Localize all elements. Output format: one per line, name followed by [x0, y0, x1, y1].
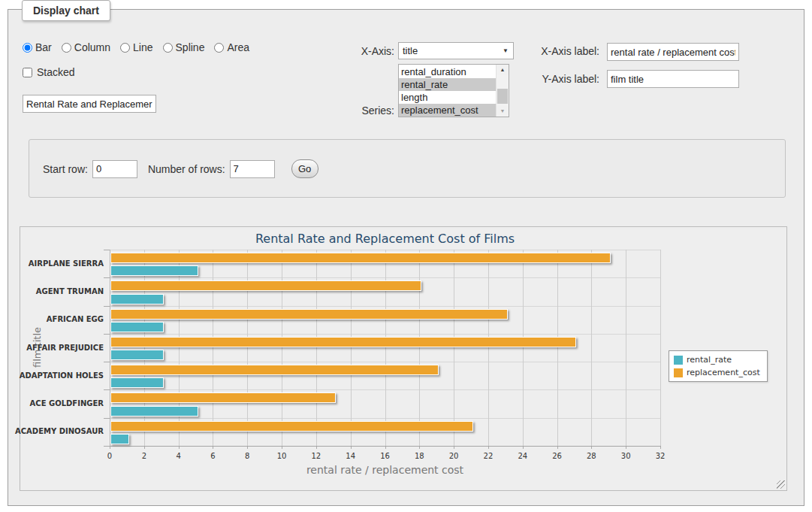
start-row-label: Start row:	[43, 163, 88, 175]
stacked-label: Stacked	[37, 66, 75, 78]
y-axis-label-label: Y-Axis label:	[489, 73, 599, 85]
x-gridline	[144, 250, 145, 446]
x-axis-line	[110, 446, 661, 447]
chart-type-option-bar[interactable]: Bar	[23, 41, 52, 53]
series-option-rental_duration[interactable]: rental_duration	[399, 65, 496, 78]
x-tick-label: 14	[340, 452, 362, 460]
legend-swatch	[674, 368, 683, 377]
bar-replacement_cost	[110, 421, 473, 432]
series-listbox-options: rental_durationrental_ratelengthreplacem…	[399, 65, 496, 117]
x-tick-label: 8	[236, 452, 258, 460]
fieldset-legend: Display chart	[22, 0, 110, 21]
radio-label: Bar	[35, 41, 52, 53]
x-axis-title: rental rate / replacement cost	[110, 464, 660, 476]
go-button[interactable]: Go	[291, 159, 318, 178]
x-gridline	[591, 250, 592, 446]
resize-handle-icon[interactable]	[777, 480, 785, 489]
x-tick-label: 20	[442, 452, 465, 460]
legend-item-rental_rate[interactable]: rental_rate	[674, 353, 760, 366]
chart-panel: Rental Rate and Replacement Cost of Film…	[20, 226, 787, 491]
y-axis-tick	[104, 446, 110, 447]
bar-replacement_cost	[110, 309, 508, 320]
display-chart-fieldset: Display chart BarColumnLineSplineArea St…	[8, 9, 804, 506]
y-axis-tick	[104, 334, 110, 335]
x-gridline	[282, 250, 282, 446]
series-select-label: Series:	[309, 105, 394, 117]
x-tick-label: 4	[168, 452, 190, 460]
series-listbox[interactable]: rental_durationrental_ratelengthreplacem…	[398, 64, 509, 117]
chart-title: Rental Rate and Replacement Cost of Film…	[110, 232, 660, 246]
start-row-input[interactable]	[92, 160, 137, 178]
y-axis-line	[110, 250, 110, 446]
chart-type-option-area[interactable]: Area	[214, 41, 249, 53]
radio-label: Area	[227, 41, 249, 53]
y-axis-tick	[104, 250, 110, 250]
category-label: ACE GOLDFINGER	[30, 399, 104, 407]
chart-type-radio-column[interactable]	[62, 43, 71, 53]
row-controls: Start row: Number of rows: Go	[43, 159, 318, 178]
series-option-replacement_cost[interactable]: replacement_cost	[399, 104, 496, 117]
y-axis-tick	[104, 389, 110, 390]
y-axis-label-input[interactable]	[607, 70, 739, 88]
x-gridline	[247, 250, 248, 446]
page: { "fieldset": { "legend": "Display chart…	[0, 0, 812, 512]
x-axis-select-label: X-Axis:	[309, 45, 394, 57]
x-tick-label: 10	[270, 452, 293, 460]
x-gridline	[179, 250, 180, 446]
category-label: ACADEMY DINOSAUR	[15, 427, 104, 435]
bar-replacement_cost	[110, 365, 439, 375]
x-gridline	[385, 250, 386, 446]
x-gridline	[626, 250, 626, 446]
chart-type-option-column[interactable]: Column	[62, 41, 110, 53]
scroll-down-icon[interactable]: ▼	[497, 106, 509, 117]
category-label: AFFAIR PREJUDICE	[26, 344, 104, 352]
num-rows-input[interactable]	[230, 160, 275, 178]
radio-label: Line	[133, 41, 152, 53]
x-tick-label: 30	[614, 452, 637, 460]
scrollbar-thumb[interactable]	[497, 89, 508, 104]
x-tick-label: 6	[201, 452, 224, 460]
x-tick-label: 24	[512, 452, 534, 460]
chart-type-radio-line[interactable]	[120, 43, 130, 53]
legend-label: rental_rate	[687, 355, 732, 365]
bar-rental_rate	[110, 350, 164, 360]
x-gridline	[454, 250, 454, 446]
x-tick-label: 18	[408, 452, 430, 460]
bar-replacement_cost	[110, 392, 336, 403]
x-gridline	[488, 250, 489, 446]
chart-type-radio-bar[interactable]	[23, 43, 32, 53]
x-gridline	[523, 250, 524, 446]
chart-title-input[interactable]	[23, 95, 156, 113]
category-label: ADAPTATION HOLES	[20, 371, 104, 380]
x-gridline	[213, 250, 213, 446]
x-gridline	[316, 250, 317, 446]
chart-type-radio-spline[interactable]	[163, 43, 173, 53]
stacked-checkbox[interactable]	[23, 68, 32, 77]
x-gridline	[419, 250, 420, 446]
x-tick-label: 28	[580, 452, 602, 460]
chart-legend: rental_ratereplacement_cost	[669, 350, 768, 382]
x-gridline	[557, 250, 558, 446]
chart-type-option-spline[interactable]: Spline	[163, 41, 205, 53]
chart-type-option-line[interactable]: Line	[120, 41, 152, 53]
chart-type-radios: BarColumnLineSplineArea	[23, 41, 249, 53]
chart-canvas: Rental Rate and Replacement Cost of Film…	[20, 227, 786, 490]
radio-label: Spline	[176, 41, 205, 53]
y-axis-tick	[104, 306, 110, 307]
series-option-rental_rate[interactable]: rental_rate	[399, 78, 496, 91]
chart-type-radio-area[interactable]	[214, 43, 224, 53]
x-axis-label-input[interactable]	[607, 43, 739, 61]
bar-rental_rate	[110, 294, 164, 304]
radio-label: Column	[74, 41, 110, 53]
bar-replacement_cost	[110, 280, 421, 291]
bar-rental_rate	[110, 434, 129, 444]
x-gridline	[660, 250, 661, 446]
x-tick-label: 2	[133, 452, 155, 460]
x-tick-label: 16	[374, 452, 397, 460]
y-axis-tick	[104, 418, 110, 419]
legend-swatch	[674, 356, 683, 365]
x-tick-label: 22	[477, 452, 500, 460]
legend-item-replacement_cost[interactable]: replacement_cost	[674, 366, 760, 379]
stacked-checkbox-row[interactable]: Stacked	[23, 66, 75, 78]
series-option-length[interactable]: length	[399, 91, 496, 104]
